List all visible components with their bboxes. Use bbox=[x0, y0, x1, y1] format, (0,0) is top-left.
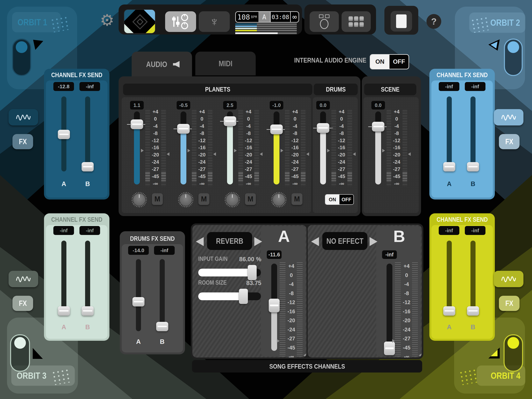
mute-button[interactable]: M bbox=[291, 193, 302, 205]
fx-send-fader-b[interactable] bbox=[160, 259, 165, 331]
channel-knob[interactable] bbox=[133, 194, 145, 206]
input-gain-slider[interactable] bbox=[198, 269, 261, 277]
grid-icon bbox=[348, 16, 364, 27]
mute-button[interactable]: M bbox=[245, 193, 256, 205]
stop-button[interactable] bbox=[391, 11, 412, 32]
orbit1-wave-button[interactable] bbox=[9, 109, 38, 125]
fx-send-fader-a-handle[interactable] bbox=[443, 162, 455, 171]
tab-midi[interactable]: MIDI bbox=[195, 52, 256, 75]
room-size-slider[interactable] bbox=[198, 292, 261, 300]
effect-selector[interactable]: REVERB bbox=[207, 232, 252, 250]
slider-fill bbox=[198, 269, 252, 277]
effect-prev-arrow[interactable] bbox=[196, 237, 204, 246]
fx-send-fader-b[interactable] bbox=[470, 97, 475, 171]
fx-send-fader-a[interactable] bbox=[447, 97, 452, 171]
effect-prev-arrow[interactable] bbox=[311, 237, 319, 246]
drums-toggle-off[interactable]: OFF bbox=[339, 195, 354, 204]
fx-send-fader-b[interactable] bbox=[470, 241, 475, 316]
engine-toggle: ON OFF bbox=[370, 54, 409, 69]
fx-send-fader-a[interactable] bbox=[136, 259, 141, 331]
fader-handle[interactable] bbox=[131, 119, 143, 129]
channel-knob[interactable] bbox=[273, 194, 285, 206]
effect-fader-fill bbox=[271, 309, 277, 351]
clip-grid-button[interactable] bbox=[342, 11, 371, 32]
fx-send-fader-b-handle[interactable] bbox=[82, 306, 94, 316]
transport-display[interactable]: 108 BPM A 03:08 ∞ bbox=[235, 11, 299, 23]
settings-button[interactable]: ⚙ bbox=[98, 11, 116, 29]
orbit3-wave-button[interactable] bbox=[9, 271, 38, 287]
meter-marker-icon bbox=[392, 339, 395, 343]
orbit3-fx-button[interactable]: FX bbox=[13, 296, 33, 311]
channel-planet-2: -0.5 +40-4-8-12-16-20-24-27-45-∞ M bbox=[169, 97, 215, 213]
mixer-view-button[interactable] bbox=[165, 11, 196, 32]
fx-send-fader-b-handle[interactable] bbox=[156, 322, 168, 331]
mute-button[interactable]: M bbox=[152, 193, 163, 205]
drum-pad-button[interactable] bbox=[310, 11, 339, 32]
stop-button-frame bbox=[384, 6, 418, 35]
fader-handle[interactable] bbox=[270, 124, 283, 134]
orbit1-fx-button[interactable]: FX bbox=[13, 134, 33, 149]
effect-fader-handle[interactable] bbox=[269, 299, 280, 312]
fx-send-b-label: B bbox=[467, 180, 479, 188]
fx-send-body bbox=[122, 244, 183, 353]
fx-send-b-label: B bbox=[82, 180, 94, 188]
fx-send-fader-b-handle[interactable] bbox=[467, 306, 479, 316]
fx-send-panel-orbit1: CHANNEL FX SEND -12.8 -inf A B bbox=[44, 69, 109, 200]
fx-send-b-label: B bbox=[82, 323, 94, 331]
fx-send-fader-a-handle[interactable] bbox=[133, 297, 145, 306]
slider-handle[interactable] bbox=[248, 265, 257, 280]
tab-audio[interactable]: AUDIO bbox=[132, 52, 192, 77]
time-display: 03:08 bbox=[270, 12, 291, 22]
effect-meter-scale: +40-4-8-12-16-20-24-27-45-∞ bbox=[285, 263, 297, 358]
effect-channel-letter: A bbox=[275, 227, 293, 246]
orbit2-toggle[interactable] bbox=[504, 39, 523, 76]
tab-audio-label: AUDIO bbox=[146, 60, 167, 69]
effect-fader-handle[interactable] bbox=[384, 341, 395, 355]
section-display: A bbox=[258, 12, 270, 22]
app-logo[interactable] bbox=[124, 9, 155, 33]
fx-send-fader-a-handle[interactable] bbox=[58, 306, 70, 316]
speaker-icon bbox=[173, 61, 180, 68]
meter-segments bbox=[161, 110, 166, 186]
track-meter-orbit4 bbox=[235, 30, 297, 31]
fx-send-fader-a-handle[interactable] bbox=[58, 130, 70, 139]
fader-handle[interactable] bbox=[372, 122, 384, 131]
orbit4-toggle[interactable] bbox=[504, 334, 523, 372]
fx-send-fader-a[interactable] bbox=[447, 241, 452, 316]
orbit3-toggle-knob-icon bbox=[14, 337, 26, 349]
fx-send-fader-b[interactable] bbox=[85, 97, 90, 171]
meter-marker-icon bbox=[277, 339, 280, 343]
effect-selector[interactable]: NO EFFECT bbox=[322, 232, 367, 250]
channel-knob[interactable] bbox=[180, 194, 192, 206]
meter-scale: +40-4-8-12-16-20-24-27-45-∞ bbox=[196, 109, 208, 187]
orbit2-fx-button[interactable]: FX bbox=[499, 134, 519, 149]
orbit1-toggle[interactable] bbox=[12, 39, 31, 76]
orbit2-wave-button[interactable] bbox=[494, 109, 523, 125]
orbit-view-button[interactable]: ♆ bbox=[199, 11, 230, 32]
fx-send-fader-a[interactable] bbox=[61, 241, 66, 316]
fx-send-fader-b-handle[interactable] bbox=[82, 162, 94, 171]
fx-send-fader-b-handle[interactable] bbox=[467, 162, 479, 171]
waveform-icon bbox=[501, 275, 516, 283]
mute-button[interactable]: M bbox=[198, 193, 209, 205]
stop-icon bbox=[396, 14, 407, 28]
effect-meter-ticks bbox=[395, 262, 401, 358]
orbit4-fx-button[interactable]: FX bbox=[499, 296, 519, 311]
engine-toggle-on[interactable]: ON bbox=[370, 55, 389, 69]
fx-send-fader-b[interactable] bbox=[85, 241, 90, 316]
orbit4-wave-button[interactable] bbox=[494, 271, 523, 287]
slider-handle[interactable] bbox=[239, 289, 248, 304]
waveform-icon bbox=[16, 275, 31, 283]
fader-handle[interactable] bbox=[224, 116, 236, 126]
channel-knob[interactable] bbox=[226, 194, 238, 206]
drums-toggle-on[interactable]: ON bbox=[325, 195, 339, 204]
fx-send-a-value: -12.8 bbox=[53, 82, 74, 91]
fx-send-fader-a-handle[interactable] bbox=[443, 306, 455, 316]
fader-handle[interactable] bbox=[177, 124, 190, 134]
meter-segments bbox=[254, 110, 259, 186]
engine-toggle-off[interactable]: OFF bbox=[389, 55, 409, 69]
meter-scale: +40-4-8-12-16-20-24-27-45-∞ bbox=[335, 109, 348, 187]
fader-handle[interactable] bbox=[317, 123, 329, 133]
help-button[interactable]: ? bbox=[426, 14, 441, 29]
orbit3-toggle[interactable] bbox=[10, 334, 30, 372]
